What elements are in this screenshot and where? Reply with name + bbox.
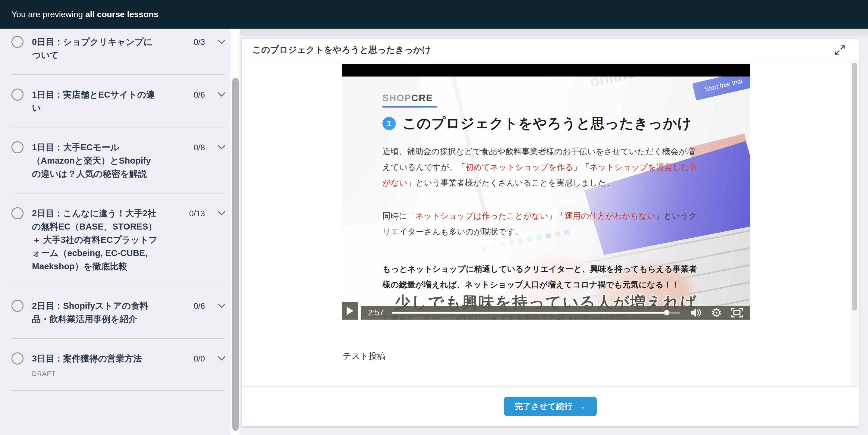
chevron-down-icon[interactable] — [218, 39, 225, 45]
video-progress-knob[interactable] — [664, 310, 670, 315]
slide-paragraph-2: 同時に「ネットショップは作ったことがない」「運用の仕方がわからない」というクリエ… — [382, 208, 702, 239]
lesson-header: このプロジェクトをやろうと思ったきっかけ — [242, 39, 859, 61]
lesson-scrollbar-thumb[interactable] — [852, 63, 857, 310]
slide-heading: このプロジェクトをやろうと思ったきっかけ — [402, 114, 692, 133]
section-progress-count: 0/13 — [189, 209, 205, 219]
section-title: 3日目：案件獲得の営業方法 — [32, 352, 158, 365]
chevron-down-icon[interactable] — [218, 211, 225, 217]
lesson-title: このプロジェクトをやろうと思ったきっかけ — [252, 44, 431, 56]
section-progress-circle — [11, 36, 24, 48]
sidebar-section-3[interactable]: 2日目：こんなに違う！大手2社の無料EC（BASE、STORES）＋ 大手3社の… — [0, 193, 231, 286]
arrow-right-icon: → — [578, 402, 586, 411]
sidebar-section-1[interactable]: 1日目：実店舗とECサイトの違い 0/6 — [0, 75, 231, 127]
section-progress-circle — [11, 141, 24, 153]
section-progress-count: 0/6 — [193, 302, 205, 311]
expand-icon[interactable] — [833, 43, 846, 57]
complete-continue-button[interactable]: 完了させて続行→ — [504, 397, 597, 416]
section-title: 0日目：ショプクリキャンプについて — [32, 35, 158, 62]
sidebar-section-0[interactable]: 0日目：ショプクリキャンプについて 0/3 — [0, 29, 231, 74]
slide-content: SHOPCRE 1 このプロジェクトをやろうと思ったきっかけ 近頃、補助金の採択… — [342, 76, 750, 320]
section-progress-circle — [11, 353, 24, 365]
volume-icon[interactable] — [690, 308, 702, 318]
sidebar-scrollbar[interactable] — [231, 29, 240, 435]
section-progress-count: 0/6 — [193, 90, 205, 100]
fullscreen-icon[interactable] — [731, 308, 743, 317]
section-title: 1日目：実店舗とECサイトの違い — [32, 88, 158, 114]
video-control-bar: 2:57 ⚙ — [361, 306, 750, 320]
preview-banner-highlight: all course lessons — [85, 10, 158, 19]
settings-gear-icon[interactable]: ⚙ — [711, 307, 722, 319]
section-progress-circle — [11, 300, 24, 312]
video-player[interactable]: shopify Start ▾ Sell ▾ Market ▾ Manage ▾… — [342, 64, 750, 320]
chevron-down-icon[interactable] — [218, 145, 225, 151]
post-text: テスト投稿 — [343, 350, 859, 362]
section-progress-circle — [11, 89, 24, 101]
curriculum-sidebar: 0日目：ショプクリキャンプについて 0/3 1日目：実店舗とECサイトの違い 0… — [0, 29, 231, 435]
lesson-footer: 完了させて続行→ — [242, 386, 859, 426]
section-progress-count: 0/8 — [193, 143, 205, 153]
play-button[interactable] — [342, 302, 358, 320]
sidebar-section-4[interactable]: 2日目：Shopifyストアの食料品・飲料業活用事例を紹介 0/6 — [0, 286, 231, 338]
shopcre-logo: SHOPCRE — [382, 93, 437, 107]
slide-paragraph-3: もっとネットショップに精通しているクリエイターと、興味を持ってもらえる事業者様の… — [382, 261, 702, 293]
slide-number-badge: 1 — [382, 117, 396, 130]
draft-badge: DRAFT — [32, 370, 158, 378]
main-area: このプロジェクトをやろうと思ったきっかけ shopify — [240, 29, 868, 435]
sidebar-scrollbar-thumb[interactable] — [232, 78, 239, 431]
section-progress-count: 0/3 — [193, 38, 205, 47]
video-letterbox — [342, 64, 750, 76]
chevron-down-icon[interactable] — [218, 303, 225, 309]
video-timestamp: 2:57 — [368, 308, 384, 317]
preview-banner-text: You are previewing — [11, 10, 85, 19]
section-title: 2日目：こんなに違う！大手2社の無料EC（BASE、STORES）＋ 大手3社の… — [32, 207, 158, 273]
section-progress-count: 0/0 — [193, 354, 205, 364]
chevron-down-icon[interactable] — [218, 356, 225, 362]
lesson-scrollbar[interactable] — [850, 61, 859, 386]
preview-banner: You are previewing all course lessons — [0, 0, 868, 29]
lesson-card: このプロジェクトをやろうと思ったきっかけ shopify — [242, 39, 859, 426]
chevron-down-icon[interactable] — [218, 92, 225, 98]
video-progress-played — [392, 312, 667, 313]
section-title: 1日目：大手ECモール（Amazonと楽天）とShopifyの違いは？人気の秘密… — [32, 141, 158, 180]
video-progress-track[interactable] — [392, 312, 681, 313]
slide-paragraph-1: 近頃、補助金の採択などで食品や飲料事業者様のお手伝いをさせていただく機会が増えて… — [382, 144, 702, 191]
section-progress-circle — [11, 207, 24, 219]
lesson-body: shopify Start ▾ Sell ▾ Market ▾ Manage ▾… — [242, 61, 859, 386]
sidebar-section-5[interactable]: 3日目：案件獲得の営業方法 DRAFT 0/0 — [0, 339, 231, 391]
sidebar-section-2[interactable]: 1日目：大手ECモール（Amazonと楽天）とShopifyの違いは？人気の秘密… — [0, 127, 231, 193]
section-title: 2日目：Shopifyストアの食料品・飲料業活用事例を紹介 — [32, 299, 158, 326]
